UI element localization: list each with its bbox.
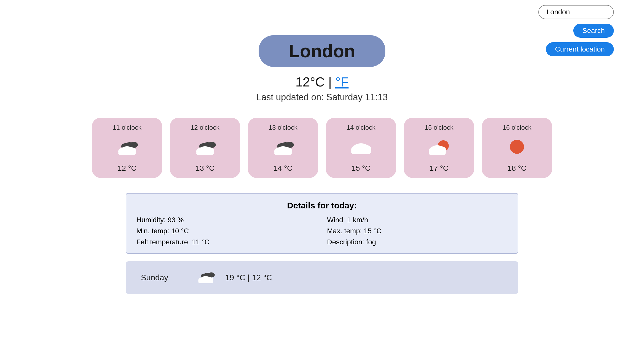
hourly-card-11: 11 o'clock 12 °C: [92, 118, 162, 178]
svg-point-8: [208, 142, 216, 148]
svg-rect-13: [196, 151, 214, 155]
hourly-time-14: 14 o'clock: [347, 124, 376, 131]
city-name-badge: London: [259, 35, 385, 67]
last-updated: Last updated on: Saturday 11:13: [256, 92, 388, 103]
forecast-temp: 19 °C | 12 °C: [225, 273, 272, 282]
detail-description: Description: fog: [327, 238, 508, 246]
hourly-temp-11: 12 °C: [117, 164, 136, 172]
details-title: Details for today:: [136, 201, 508, 210]
hourly-icon-15: [428, 139, 450, 157]
detail-humidity: Humidity: 93 %: [136, 216, 317, 224]
temp-separator: |: [328, 75, 335, 89]
temp-fahrenheit-link[interactable]: °F: [335, 75, 349, 89]
detail-wind: Wind: 1 km/h: [327, 216, 508, 224]
hourly-temp-14: 15 °C: [351, 164, 370, 172]
search-button[interactable]: Search: [573, 24, 614, 38]
svg-rect-6: [118, 151, 136, 155]
temperature-display: 12°C | °F: [295, 74, 348, 89]
search-input[interactable]: [538, 5, 614, 19]
hourly-time-13: 13 o'clock: [269, 124, 298, 131]
detail-min-temp: Min. temp: 10 °C: [136, 227, 317, 235]
temp-celsius: 12°C: [295, 75, 325, 89]
current-location-button[interactable]: Current location: [546, 42, 614, 56]
svg-point-15: [286, 142, 294, 148]
hourly-time-16: 16 o'clock: [503, 124, 532, 131]
hourly-temp-12: 13 °C: [195, 164, 214, 172]
details-grid: Humidity: 93 % Wind: 1 km/h Min. temp: 1…: [136, 216, 508, 246]
forecast-box: Sunday 19 °C | 12 °C: [126, 261, 518, 294]
svg-rect-24: [351, 150, 371, 154]
hourly-card-15: 15 o'clock 17 °C: [404, 118, 474, 178]
hourly-icon-16: [508, 138, 526, 157]
detail-max-temp: Max. temp: 15 °C: [327, 227, 508, 235]
hourly-temp-16: 18 °C: [507, 164, 526, 172]
hourly-time-11: 11 o'clock: [113, 124, 142, 131]
hourly-icon-13: [272, 139, 294, 157]
hourly-time-12: 12 o'clock: [191, 124, 220, 131]
svg-rect-20: [274, 151, 292, 155]
svg-point-32: [208, 272, 215, 277]
hourly-temp-13: 14 °C: [273, 164, 292, 172]
forecast-day: Sunday: [141, 273, 186, 282]
hourly-card-16: 16 o'clock 18 °C: [482, 118, 552, 178]
svg-rect-37: [198, 280, 213, 283]
hourly-card-13: 13 o'clock 14 °C: [248, 118, 318, 178]
hourly-icon-12: [194, 139, 216, 157]
hourly-icon-14: [350, 139, 372, 157]
hourly-icon-11: [116, 139, 138, 157]
hourly-forecast-row: 11 o'clock 12 °C 12 o'clock: [92, 118, 552, 178]
forecast-icon: [196, 270, 215, 285]
hourly-time-15: 15 o'clock: [425, 124, 454, 131]
svg-point-1: [130, 142, 138, 148]
details-box: Details for today: Humidity: 93 % Wind: …: [126, 193, 518, 254]
hourly-temp-15: 17 °C: [429, 164, 448, 172]
svg-rect-29: [429, 151, 446, 155]
hourly-card-12: 12 o'clock 13 °C: [170, 118, 240, 178]
top-controls: Search Current location: [538, 5, 614, 56]
detail-felt-temp: Felt temperature: 11 °C: [136, 238, 317, 246]
svg-point-30: [510, 140, 524, 154]
hourly-card-14: 14 o'clock 15 °C: [326, 118, 396, 178]
